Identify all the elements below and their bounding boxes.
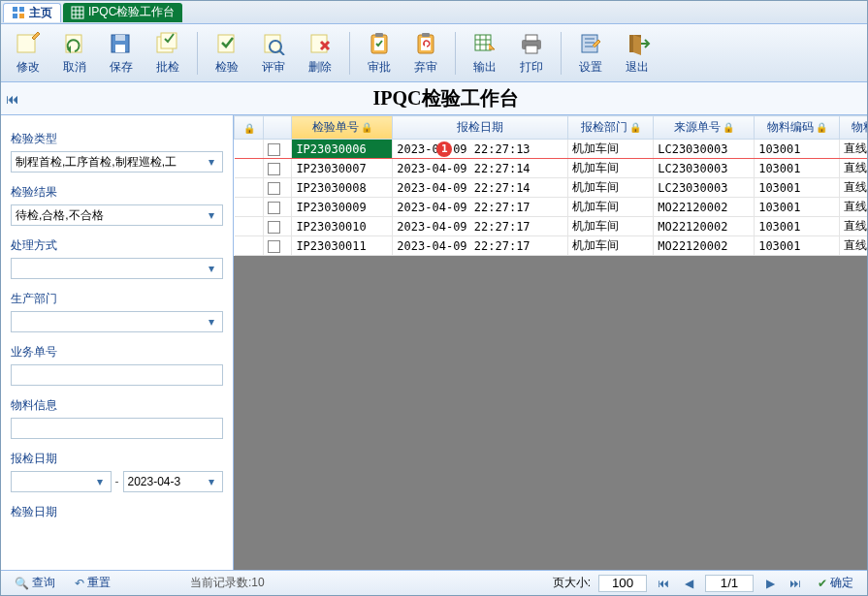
tab-home[interactable]: 主页 [3,3,61,22]
combo-result[interactable]: 待检,合格,不合格▾ [11,204,223,226]
label-checkdate: 报检日期 [11,451,223,467]
batch-button[interactable]: 批检 [146,27,189,79]
col-checkbox[interactable] [263,116,292,140]
col-matname[interactable]: 物料名称🔒 [840,116,867,140]
data-grid: 🔒 检验单号🔒 报检日期 报检部门🔒 来源单号🔒 物料编码🔒 物料名称🔒 规格型… [234,115,867,256]
table-row[interactable]: IP230300092023-04-09 22:27:17机加车间MO22120… [235,198,868,217]
row-checkbox[interactable] [268,163,280,175]
combo-handling[interactable]: ▾ [11,258,223,279]
row-checkbox[interactable] [268,202,280,214]
table-row[interactable]: IP230300102023-04-09 22:27:17机加车间MO22120… [235,217,868,236]
col-dept[interactable]: 报检部门🔒 [568,116,654,140]
cell-matcode: 103001 [755,198,840,217]
chevron-down-icon[interactable]: ▾ [205,262,218,275]
export-button[interactable]: 输出 [464,27,506,79]
label-type: 检验类型 [11,131,223,147]
svg-rect-28 [422,33,430,37]
cell-date: 2023-04-09 22:27:17 [393,236,568,256]
cell-date: 2023-04-09 22:27:17 [393,217,568,236]
row-checkbox[interactable] [268,221,280,234]
cell-docno: IP23030010 [292,217,393,236]
chevron-down-icon[interactable]: ▾ [205,475,218,488]
page-last[interactable]: ⏭ [787,575,804,592]
row-checkbox[interactable] [268,143,280,156]
dash: - [115,475,119,488]
svg-rect-12 [115,45,125,52]
row-checkbox[interactable] [268,182,280,195]
settings-label: 设置 [579,59,602,76]
input-material[interactable] [11,418,223,439]
review-button[interactable]: 评审 [252,27,295,79]
print-button[interactable]: 打印 [510,27,553,79]
cell-dept: 机加车间 [568,159,654,178]
col-matcode[interactable]: 物料编码🔒 [755,116,840,140]
cell-docno: IP23030009 [292,198,393,217]
pagesize-input[interactable] [598,575,647,592]
export-icon [469,30,500,57]
cell-dept: 机加车间 [568,178,654,198]
col-src[interactable]: 来源单号🔒 [654,116,755,140]
chevron-down-icon[interactable]: ▾ [205,155,218,169]
tab-home-label: 主页 [29,5,52,21]
reject-label: 弃审 [414,59,437,76]
svg-rect-29 [475,35,491,50]
settings-button[interactable]: 设置 [569,27,612,79]
table-row[interactable]: IP230300082023-04-09 22:27:14机加车间LC23030… [235,178,868,198]
row-checkbox[interactable] [268,240,280,253]
page-first[interactable]: ⏮ [655,575,672,592]
reset-label: 重置 [87,575,111,591]
cell-dept: 机加车间 [568,140,654,159]
separator [349,32,350,75]
filter-sidebar: 检验类型 制程首检,工序首检,制程巡检,工▾ 检验结果 待检,合格,不合格▾ 处… [1,115,234,570]
badge-mark: 1 [436,141,452,157]
combo-dept[interactable]: ▾ [11,311,223,332]
table-row[interactable]: IP230300112023-04-09 22:27:17机加车间MO22120… [235,236,868,256]
date-from[interactable]: ▾ [11,471,112,492]
combo-type[interactable]: 制程首检,工序首检,制程巡检,工▾ [11,151,223,173]
svg-rect-1 [19,7,24,12]
page-next[interactable]: ▶ [761,575,779,592]
label-bizno: 业务单号 [11,344,223,361]
cell-matname: 直线模组 [840,198,867,217]
ok-button[interactable]: ✔确定 [812,574,859,592]
first-icon[interactable]: ⏮ [1,91,24,107]
tab-bar: 主页 IPQC检验工作台 [1,1,867,24]
query-button[interactable]: 🔍查询 [9,574,61,592]
exit-button[interactable]: 退出 [616,27,659,79]
page-display[interactable] [705,575,754,592]
modify-button[interactable]: 修改 [7,27,49,79]
table-row[interactable]: IP2303000612023-04-09 22:27:13机加车间LC2303… [235,140,868,159]
reject-button[interactable]: 弃审 [404,27,447,79]
chevron-down-icon[interactable]: ▾ [205,315,218,329]
cell-src: MO22120002 [654,236,755,256]
date-to[interactable]: 2023-04-3▾ [123,471,224,492]
cell-src: LC23030003 [654,178,755,198]
printer-icon [516,30,547,57]
col-date[interactable]: 报检日期 [393,116,568,140]
approve-button[interactable]: 审批 [358,27,401,79]
undo-icon [59,30,90,57]
page-prev[interactable]: ◀ [680,575,697,592]
reset-button[interactable]: ↶重置 [69,574,116,592]
save-button[interactable]: 保存 [100,27,143,79]
check-icon: ✔ [818,577,827,590]
delete-button[interactable]: 删除 [299,27,341,79]
svg-rect-13 [115,35,125,41]
svg-rect-3 [19,14,24,18]
chevron-down-icon[interactable]: ▾ [93,475,107,488]
table-row[interactable]: IP230300072023-04-09 22:27:14机加车间LC23030… [235,159,868,178]
inspect-button[interactable]: 检验 [206,27,248,79]
cell-matname: 直线模组 [840,178,867,198]
cell-matname: 直线模组 [840,236,867,256]
cell-src: LC23030003 [654,159,755,178]
chevron-down-icon[interactable]: ▾ [205,208,218,222]
cancel-label: 取消 [63,59,86,76]
input-bizno[interactable] [11,364,223,386]
cell-dept: 机加车间 [568,198,654,217]
lock-icon: 🔒 [629,122,641,133]
cell-matcode: 103001 [755,217,840,236]
tab-workbench[interactable]: IPQC检验工作台 [63,3,182,22]
cancel-button[interactable]: 取消 [53,27,96,79]
col-docno[interactable]: 检验单号🔒 [292,116,393,140]
combo-result-value: 待检,合格,不合格 [16,207,205,224]
